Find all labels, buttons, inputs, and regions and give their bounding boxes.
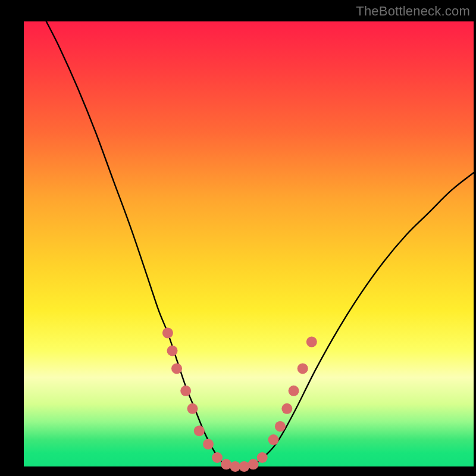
marker-dot — [298, 363, 308, 374]
marker-dot — [239, 461, 249, 472]
marker-dot — [187, 403, 198, 414]
curve-layer — [46, 21, 474, 467]
marker-dot — [180, 386, 191, 396]
marker-dot — [281, 403, 292, 414]
marker-dot — [268, 434, 279, 445]
marker-dot — [257, 452, 268, 463]
marker-layer — [162, 328, 317, 472]
marker-dot — [248, 459, 259, 469]
marker-dot — [289, 386, 299, 396]
chart-frame: TheBottleneck.com — [0, 0, 476, 476]
chart-svg — [24, 21, 474, 466]
bottleneck-curve — [46, 21, 474, 467]
marker-dot — [212, 452, 223, 463]
attribution-text: TheBottleneck.com — [356, 4, 470, 19]
chart-plot-area — [24, 21, 474, 466]
marker-dot — [194, 425, 205, 436]
marker-dot — [275, 421, 286, 432]
marker-dot — [221, 459, 231, 469]
marker-dot — [203, 439, 214, 450]
marker-dot — [167, 346, 178, 356]
marker-dot — [306, 337, 317, 347]
marker-dot — [162, 328, 173, 339]
marker-dot — [171, 363, 182, 374]
